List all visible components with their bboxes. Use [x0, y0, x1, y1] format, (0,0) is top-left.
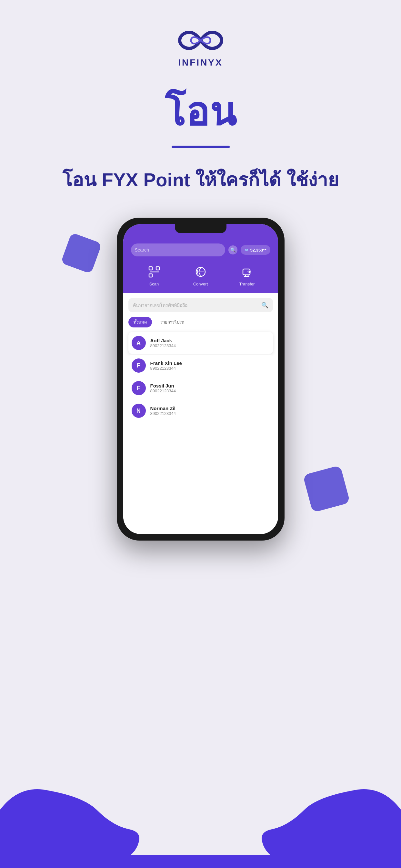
phone-area: Search 🔍 ∞ 52,353**: [56, 218, 346, 540]
contact-avatar: N: [132, 404, 146, 418]
svg-rect-2: [149, 274, 152, 277]
top-section: INFINYX โอน โอน FYX Point ให้ใครก็ได้ ใช…: [0, 0, 401, 218]
phone-notch: [175, 224, 227, 233]
decorative-cube-bottom-right: [303, 465, 350, 513]
transfer-icon: [239, 264, 255, 280]
contact-info: Aoff Jack 89022123344: [151, 338, 176, 348]
contact-item[interactable]: F Fossil Jun 89022123344: [128, 377, 273, 399]
contact-name: Norman Zil: [151, 406, 176, 411]
contact-avatar: F: [132, 381, 146, 395]
phone-tabs: ทั้งหมด รายการโปรด: [128, 317, 273, 328]
contact-phone: 89022123344: [151, 366, 182, 371]
logo-container: INFINYX: [178, 26, 223, 68]
convert-label: Convert: [193, 282, 208, 286]
contact-item[interactable]: N Norman Zil 89022123344: [128, 400, 273, 422]
balance-amount: 52,353**: [250, 248, 266, 252]
contact-avatar: A: [132, 336, 146, 350]
contact-item[interactable]: A Aoff Jack 89022123344: [128, 332, 273, 354]
contact-name: Frank Xin Lee: [151, 361, 182, 366]
thai-headline: โอน: [165, 81, 237, 143]
subtitle-text: โอน FYX Point ให้ใครก็ได้ ใช้ง่าย: [62, 169, 338, 190]
brand-name: INFINYX: [178, 58, 223, 68]
svg-rect-0: [149, 267, 152, 270]
contact-info: Norman Zil 89022123344: [151, 406, 176, 416]
phone-content: ค้นหาจากเลขโทรศัพท์มือถือ 🔍 ทั้งหมด รายก…: [123, 293, 278, 534]
phone-actions: Scan Convert: [131, 261, 270, 286]
contact-search-bar[interactable]: ค้นหาจากเลขโทรศัพท์มือถือ 🔍: [128, 298, 273, 312]
tab-favorites[interactable]: รายการโปรด: [155, 317, 189, 328]
convert-icon: [193, 264, 208, 280]
decorative-cube-top-left: [60, 232, 102, 274]
headline-underline: [172, 146, 230, 148]
bottom-wave-section: [0, 745, 401, 868]
page-wrapper: INFINYX โอน โอน FYX Point ให้ใครก็ได้ ใช…: [0, 0, 401, 868]
phone-search-row: Search 🔍 ∞ 52,353**: [131, 244, 270, 256]
bottom-wave-svg: [0, 745, 401, 868]
contact-info: Frank Xin Lee 89022123344: [151, 361, 182, 371]
contact-list: A Aoff Jack 89022123344 F Frank Xin Lee …: [128, 332, 273, 422]
action-transfer[interactable]: Transfer: [239, 264, 255, 286]
phone-search-bar[interactable]: Search: [131, 244, 226, 256]
action-convert[interactable]: Convert: [193, 264, 208, 286]
infinyx-logo-icon: [178, 26, 223, 55]
contact-item[interactable]: F Frank Xin Lee 89022123344: [128, 354, 273, 376]
contact-phone: 89022123344: [151, 343, 176, 348]
phone-frame: Search 🔍 ∞ 52,353**: [117, 218, 285, 540]
phone-screen: Search 🔍 ∞ 52,353**: [123, 224, 278, 534]
subtitle: โอน FYX Point ให้ใครก็ได้ ใช้ง่าย: [62, 167, 338, 192]
phone-search-icon[interactable]: 🔍: [228, 245, 237, 254]
contact-name: Fossil Jun: [151, 383, 176, 389]
action-scan[interactable]: Scan: [146, 264, 162, 286]
contact-search-icon: 🔍: [261, 302, 268, 309]
contact-name: Aoff Jack: [151, 338, 176, 343]
phone-search-text: Search: [135, 247, 149, 252]
scan-label: Scan: [149, 282, 159, 286]
contact-info: Fossil Jun 89022123344: [151, 383, 176, 393]
svg-rect-1: [156, 267, 159, 270]
tab-all[interactable]: ทั้งหมด: [128, 317, 152, 328]
phone-balance: ∞ 52,353**: [241, 245, 270, 255]
contact-avatar: F: [132, 359, 146, 373]
contact-phone: 89022123344: [151, 411, 176, 416]
phone-header: Search 🔍 ∞ 52,353**: [123, 224, 278, 293]
currency-icon: ∞: [244, 247, 248, 253]
scan-icon: [146, 264, 162, 280]
svg-rect-7: [0, 855, 401, 868]
transfer-label: Transfer: [239, 282, 255, 286]
contact-search-placeholder: ค้นหาจากเลขโทรศัพท์มือถือ: [133, 302, 258, 309]
contact-phone: 89022123344: [151, 389, 176, 393]
